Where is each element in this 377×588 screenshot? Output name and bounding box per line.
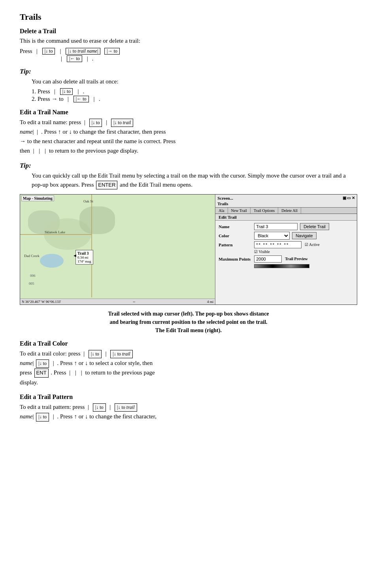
edit-color-display: display.	[20, 379, 38, 386]
screen-controls: ▣ ▭ ✕	[343, 196, 355, 200]
right-key-1: |→ to	[104, 48, 120, 55]
pattern-input[interactable]	[254, 241, 302, 248]
down-key-en2: |↓ to trail	[111, 119, 133, 127]
figure-container: Map - Simulating Oak St Sklatook Lake Da…	[20, 194, 357, 305]
down-key-en1: |↓ to	[89, 119, 102, 127]
max-points-input[interactable]	[254, 255, 282, 263]
figure-caption: Trail selected with map cursor (left). T…	[20, 310, 357, 335]
edit-color-intro: To edit a trail color: press	[20, 350, 81, 357]
tip2-block: You can quickly call up the Edit Trail m…	[32, 171, 357, 189]
edit-name-then: then	[20, 147, 30, 154]
name-input[interactable]	[254, 223, 298, 230]
down-key-ep3: |↓ to	[36, 413, 49, 421]
map-panel: Map - Simulating Oak St Sklatook Lake Da…	[20, 195, 215, 304]
color-label: Color	[219, 233, 254, 238]
max-points-label: Maximum Points	[219, 257, 254, 261]
edit-name-trail-name: name|	[20, 129, 34, 135]
page-title: Trails	[20, 12, 357, 22]
left-key-1: |← to	[67, 55, 82, 62]
map-arrow: ↔	[132, 300, 136, 304]
delete-trail-heading: Delete a Trail	[20, 28, 357, 35]
step1-label: 1. Press	[32, 88, 50, 95]
edit-color-tail: to return to the previous page	[85, 369, 155, 376]
down-key-ec2: |↓ to trail	[110, 350, 132, 358]
name-label: Name	[219, 224, 254, 229]
tip1-heading: Tip:	[20, 68, 357, 76]
tip1-step1-row: 1. Press | |↓ to | .	[32, 88, 357, 95]
tip2-text: You can quickly call up the Edit Trail m…	[32, 171, 357, 189]
enter-key-tip2: ENTER	[96, 181, 117, 189]
edit-color-press: press	[20, 369, 32, 376]
down-key-ec1: |↓ to	[89, 350, 102, 358]
press-label: Press	[20, 48, 32, 55]
edit-color-detail: . Press ↑ or ↓ to select a color style, …	[57, 360, 153, 366]
edit-color-detail2: . Press	[51, 369, 66, 376]
down-key-2: |↓ to trail name|	[66, 48, 100, 55]
map-label: Map - Simulating	[21, 195, 54, 201]
delete-trail-btn[interactable]: Delete Trail	[300, 223, 329, 230]
edit-pattern-heading: Edit a Trail Pattern	[20, 393, 357, 401]
trails-tabs: Ala New Trail Trail Options Delete All	[215, 208, 357, 214]
trail-preview-bar	[254, 264, 309, 268]
pattern-label: Pattern	[219, 242, 254, 247]
trails-label: Trails	[217, 201, 355, 206]
edit-name-right: → to the next character and repeat until…	[20, 138, 175, 144]
map-coords-bar: N 36°20.467' W 96°06.133' ↔ 4 mi	[20, 299, 215, 304]
tab-ala[interactable]: Ala	[215, 208, 228, 214]
active-checkbox[interactable]: ☑ Active	[305, 242, 320, 247]
map-scale: 4 mi	[207, 300, 213, 304]
edit-trail-tab-label: Edit Trail	[215, 214, 357, 221]
down-key-ep1: |↓ to	[93, 403, 106, 412]
edit-color-body: To edit a trail color: press | |↓ to | |…	[20, 349, 357, 387]
delete-trail-intro: This is the command used to erase or del…	[20, 36, 357, 45]
enter-key-ec: ENT	[34, 369, 49, 378]
visible-check[interactable]: ☑ Visible	[254, 250, 354, 254]
map-coords: N 36°20.467' W 96°06.133'	[22, 300, 61, 304]
tip2-heading: Tip:	[20, 162, 357, 170]
tip1-text: You can also delete all trails at once:	[32, 77, 357, 86]
edit-pattern-name: name	[20, 413, 33, 420]
down-key-1: |↓ to	[42, 48, 55, 55]
trail-popup: Trail 3 0.34 mi 174° mag	[75, 250, 93, 265]
tab-trail-options[interactable]: Trail Options	[251, 208, 278, 214]
delete-trail-row1: Press | |↓ to | |↓ to trail name| |→ to	[20, 48, 357, 55]
right-panel: Screen... ▣ ▭ ✕ Trails Ala New Trail Tra…	[215, 195, 357, 304]
edit-name-intro: To edit a trail name: press	[20, 119, 81, 125]
edit-pattern-intro: To edit a trail pattern: press	[20, 404, 85, 410]
down-key-ep2: |↓ to trail	[115, 403, 137, 412]
screen-header: Screen... ▣ ▭ ✕ Trails	[215, 195, 357, 208]
delete-trail-row2: | |← to | .	[59, 55, 357, 62]
tab-delete-all[interactable]: Delete All	[278, 208, 301, 214]
tip1-block: You can also delete all trails at once: …	[32, 77, 357, 103]
edit-color-name: name	[20, 360, 33, 366]
edit-name-body: To edit a trail name: press | |↓ to | |↓…	[20, 117, 357, 155]
left-key-tip1: |← to	[74, 96, 89, 102]
step2-label: 2. Press → to	[32, 96, 64, 102]
edit-name-heading: Edit a Trail Name	[20, 109, 357, 116]
down-key-ec3: |↓ to	[36, 359, 49, 368]
edit-trail-form: Name Delete Trail Color Black Navigate P…	[215, 221, 357, 304]
tab-new-trail[interactable]: New Trail	[228, 208, 251, 214]
trail-preview-label: Trail Preview	[285, 257, 308, 261]
screen-label: Screen...	[217, 196, 233, 200]
edit-name-tail: to return to the previous page display.	[49, 147, 138, 154]
navigate-btn[interactable]: Navigate	[292, 232, 316, 239]
edit-pattern-detail: . Press ↑ or ↓ to change the first chara…	[57, 413, 156, 420]
down-key-tip1: |↓ to	[60, 88, 73, 95]
edit-pattern-body: To edit a trail pattern: press | |↓ to |…	[20, 402, 357, 421]
edit-name-detail: . Press ↑ or ↓ to change the first chara…	[41, 129, 166, 135]
tip1-step2-row: 2. Press → to | |← to | .	[32, 96, 357, 102]
edit-color-heading: Edit a Trail Color	[20, 340, 357, 347]
color-select[interactable]: Black	[254, 232, 290, 240]
